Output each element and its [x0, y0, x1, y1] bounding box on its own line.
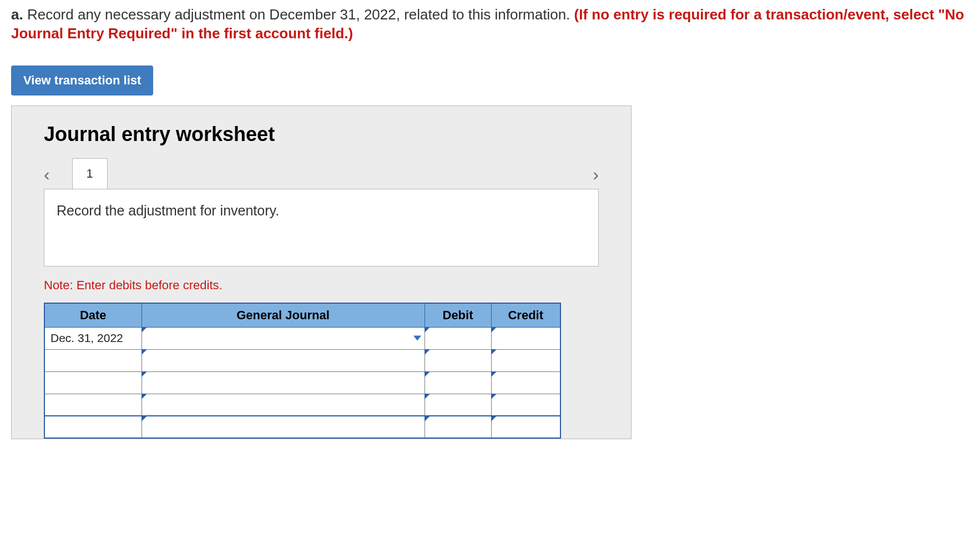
- view-transaction-list-button[interactable]: View transaction list: [11, 66, 153, 95]
- question-letter: a.: [11, 6, 23, 23]
- cell-credit[interactable]: [491, 394, 560, 416]
- worksheet-title: Journal entry worksheet: [44, 123, 625, 146]
- input-marker-icon: [491, 416, 497, 421]
- table-row: [44, 349, 560, 371]
- cell-general-journal[interactable]: [142, 371, 425, 394]
- input-marker-icon: [491, 349, 497, 355]
- journal-entry-table: Date General Journal Debit Credit Dec. 3…: [44, 303, 561, 439]
- question-body: Record any necessary adjustment on Decem…: [23, 6, 574, 23]
- cell-date: Dec. 31, 2022: [44, 327, 142, 349]
- cell-debit[interactable]: [425, 416, 491, 438]
- input-marker-icon: [491, 394, 497, 399]
- cell-date: [44, 394, 142, 416]
- cell-general-journal[interactable]: [142, 327, 425, 349]
- worksheet-tab-1[interactable]: 1: [72, 158, 108, 189]
- cell-debit[interactable]: [425, 349, 491, 371]
- input-marker-icon: [142, 416, 147, 421]
- input-marker-icon: [142, 371, 147, 377]
- cell-credit[interactable]: [491, 327, 560, 349]
- input-marker-icon: [425, 327, 430, 333]
- journal-worksheet-panel: Journal entry worksheet ‹ 1 › Record the…: [11, 105, 632, 440]
- input-marker-icon: [425, 416, 430, 421]
- input-marker-icon: [142, 327, 147, 333]
- cell-general-journal[interactable]: [142, 349, 425, 371]
- cell-general-journal[interactable]: [142, 394, 425, 416]
- cell-credit[interactable]: [491, 371, 560, 394]
- table-row: Dec. 31, 2022: [44, 327, 560, 349]
- input-marker-icon: [425, 371, 430, 377]
- input-marker-icon: [491, 371, 497, 377]
- input-marker-icon: [142, 394, 147, 399]
- cell-credit[interactable]: [491, 349, 560, 371]
- cell-date: [44, 371, 142, 394]
- input-marker-icon: [142, 349, 147, 355]
- worksheet-note: Note: Enter debits before credits.: [44, 278, 599, 293]
- input-marker-icon: [425, 394, 430, 399]
- worksheet-nav: ‹ 1 ›: [44, 156, 599, 189]
- table-row: [44, 416, 560, 438]
- header-debit: Debit: [425, 303, 491, 328]
- cell-debit[interactable]: [425, 327, 491, 349]
- cell-debit[interactable]: [425, 394, 491, 416]
- input-marker-icon: [425, 349, 430, 355]
- cell-debit[interactable]: [425, 371, 491, 394]
- cell-credit[interactable]: [491, 416, 560, 438]
- header-general-journal: General Journal: [142, 303, 425, 328]
- worksheet-description: Record the adjustment for inventory.: [44, 189, 599, 267]
- table-row: [44, 394, 560, 416]
- chevron-left-icon[interactable]: ‹: [44, 164, 50, 185]
- table-row: [44, 371, 560, 394]
- cell-date: [44, 416, 142, 438]
- dropdown-arrow-icon[interactable]: [413, 336, 421, 341]
- cell-date: [44, 349, 142, 371]
- chevron-right-icon[interactable]: ›: [593, 164, 599, 185]
- header-credit: Credit: [491, 303, 560, 328]
- cell-general-journal[interactable]: [142, 416, 425, 438]
- table-body: Dec. 31, 2022: [44, 327, 560, 438]
- question-text: a. Record any necessary adjustment on De…: [11, 6, 969, 43]
- header-date: Date: [44, 303, 142, 328]
- input-marker-icon: [491, 327, 497, 333]
